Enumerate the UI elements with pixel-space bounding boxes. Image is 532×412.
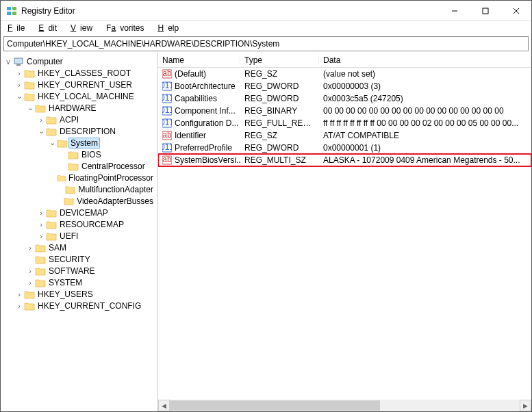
svg-rect-9	[16, 64, 21, 66]
tree-node[interactable]: MultifunctionAdapter	[1, 183, 157, 195]
expand-toggle-icon[interactable]: v	[3, 57, 13, 66]
tree-node[interactable]: ›HKEY_USERS	[1, 288, 157, 300]
column-type[interactable]: Type	[240, 55, 319, 65]
expand-toggle-icon[interactable]: ›	[36, 116, 46, 124]
expand-toggle-icon[interactable]: ⌄	[36, 127, 46, 136]
column-data[interactable]: Data	[319, 55, 531, 65]
registry-value-row[interactable]: ab(Default)REG_SZ(value not set)	[158, 68, 531, 80]
titlebar: Registry Editor	[1, 1, 531, 21]
menu-help[interactable]: Help	[153, 23, 187, 34]
expand-toggle-icon[interactable]: ›	[25, 244, 35, 252]
expand-toggle-icon[interactable]: ›	[36, 220, 46, 229]
tree-label: CentralProcessor	[80, 162, 147, 171]
svg-rect-2	[7, 12, 11, 15]
expand-toggle-icon[interactable]: ⌄	[25, 103, 35, 112]
menu-favorites[interactable]: Favorites	[102, 23, 152, 34]
tree-node[interactable]: ›UEFI	[1, 230, 157, 242]
value-list[interactable]: ab(Default)REG_SZ(value not set)011BootA…	[158, 68, 531, 400]
expand-toggle-icon[interactable]: ›	[14, 302, 24, 310]
tree-pane[interactable]: vComputer›HKEY_CLASSES_ROOT›HKEY_CURRENT…	[1, 53, 158, 411]
tree-node[interactable]: ›HKEY_CURRENT_USER	[1, 79, 157, 90]
menu-view[interactable]: View	[66, 23, 101, 34]
value-name-cell: abIdentifier	[158, 131, 240, 140]
list-pane: Name Type Data ab(Default)REG_SZ(value n…	[158, 53, 531, 411]
tree-label: ACPI	[58, 115, 80, 125]
value-name-cell: 011Component Inf...	[158, 106, 240, 116]
binary-icon: 011	[162, 81, 172, 91]
tree-node[interactable]: CentralProcessor	[1, 160, 157, 172]
expand-toggle-icon[interactable]: ›	[14, 69, 24, 77]
tree-node[interactable]: ›SOFTWARE	[1, 265, 157, 276]
value-name-cell: abSystemBiosVersi...	[158, 155, 240, 165]
tree-node[interactable]: ›HKEY_CURRENT_CONFIG	[1, 300, 157, 311]
maximize-button[interactable]	[470, 1, 501, 21]
binary-icon: 011	[162, 143, 172, 153]
tree-node[interactable]: ⌄HKEY_LOCAL_MACHINE	[1, 90, 157, 102]
registry-value-row[interactable]: 011CapabilitiesREG_DWORD0x0003c5a5 (2472…	[158, 92, 531, 105]
tree-label: VideoAdapterBusses	[75, 196, 155, 206]
expand-toggle-icon[interactable]: ›	[14, 81, 24, 89]
tree-node[interactable]: ›HKEY_CLASSES_ROOT	[1, 67, 157, 79]
registry-value-row[interactable]: 011Component Inf...REG_BINARY00 00 00 00…	[158, 105, 531, 117]
tree-node[interactable]: ›SAM	[1, 242, 157, 253]
value-name-cell: ab(Default)	[158, 69, 240, 79]
value-type-cell: REG_FULL_RESOU...	[240, 118, 319, 128]
close-button[interactable]	[501, 1, 531, 21]
menu-bar: File Edit View Favorites Help	[1, 21, 531, 35]
column-name[interactable]: Name	[158, 55, 240, 65]
tree-label: SOFTWARE	[47, 266, 97, 276]
tree-root[interactable]: vComputer	[1, 55, 157, 67]
value-data-cell: ff ff ff ff ff ff ff ff 00 00 00 00 02 0…	[319, 118, 531, 128]
svg-text:ab: ab	[162, 131, 172, 140]
binary-icon: 011	[162, 118, 172, 128]
tree-node[interactable]: ›SYSTEM	[1, 276, 157, 288]
scroll-right-button[interactable]: ▶	[520, 400, 531, 411]
svg-rect-8	[14, 58, 23, 64]
expand-toggle-icon[interactable]: ›	[36, 232, 46, 240]
string-icon: ab	[162, 69, 172, 79]
folder-icon	[24, 68, 35, 78]
horizontal-scrollbar[interactable]: ◀ ▶	[158, 400, 531, 411]
expand-toggle-icon[interactable]: ›	[25, 267, 35, 275]
registry-value-row[interactable]: 011BootArchitectureREG_DWORD0x00000003 (…	[158, 80, 531, 92]
tree-node[interactable]: ›DEVICEMAP	[1, 207, 157, 218]
tree-node[interactable]: ›RESOURCEMAP	[1, 218, 157, 230]
tree-node[interactable]: FloatingPointProcessor	[1, 172, 157, 183]
tree-node[interactable]: SECURITY	[1, 253, 157, 265]
expand-toggle-icon[interactable]: ›	[14, 290, 24, 298]
registry-value-row[interactable]: abIdentifierREG_SZAT/AT COMPATIBLE	[158, 129, 531, 142]
tree-node[interactable]: ›ACPI	[1, 114, 157, 125]
tree-label: System	[69, 138, 99, 148]
value-data-cell: (value not set)	[319, 69, 531, 79]
tree-node[interactable]: ⌄DESCRIPTION	[1, 125, 157, 137]
address-bar[interactable]: Computer\HKEY_LOCAL_MACHINE\HARDWARE\DES…	[3, 36, 529, 51]
folder-icon	[68, 150, 79, 159]
minimize-button[interactable]	[439, 1, 470, 21]
window-title: Registry Editor	[21, 6, 439, 16]
expand-toggle-icon[interactable]: ›	[25, 279, 35, 287]
menu-file[interactable]: File	[3, 23, 33, 34]
svg-rect-0	[7, 7, 11, 10]
registry-value-row[interactable]: 011PreferredProfileREG_DWORD0x00000001 (…	[158, 142, 531, 154]
value-name-cell: 011BootArchitecture	[158, 81, 240, 91]
tree-label: DEVICEMAP	[58, 208, 110, 218]
expand-toggle-icon[interactable]: ›	[36, 209, 46, 217]
expand-toggle-icon[interactable]: ⌄	[47, 138, 57, 147]
folder-icon	[46, 127, 57, 136]
tree-node[interactable]: BIOS	[1, 149, 157, 160]
tree-label: HKEY_LOCAL_MACHINE	[36, 92, 136, 101]
scroll-thumb[interactable]	[170, 400, 380, 411]
scroll-left-button[interactable]: ◀	[158, 400, 170, 411]
tree-node[interactable]: VideoAdapterBusses	[1, 195, 157, 207]
registry-value-row[interactable]: 011Configuration D...REG_FULL_RESOU...ff…	[158, 117, 531, 129]
value-name-cell: 011PreferredProfile	[158, 143, 240, 153]
menu-edit[interactable]: Edit	[34, 23, 65, 34]
folder-icon	[24, 301, 35, 311]
scroll-track[interactable]	[170, 400, 520, 411]
tree-node[interactable]: ⌄HARDWARE	[1, 102, 157, 114]
tree-node[interactable]: ⌄System	[1, 137, 157, 149]
tree-label: SYSTEM	[47, 278, 84, 287]
svg-text:ab: ab	[162, 155, 172, 164]
expand-toggle-icon[interactable]: ⌄	[14, 92, 24, 101]
registry-value-row[interactable]: abSystemBiosVersi...REG_MULTI_SZALASKA -…	[158, 154, 531, 166]
